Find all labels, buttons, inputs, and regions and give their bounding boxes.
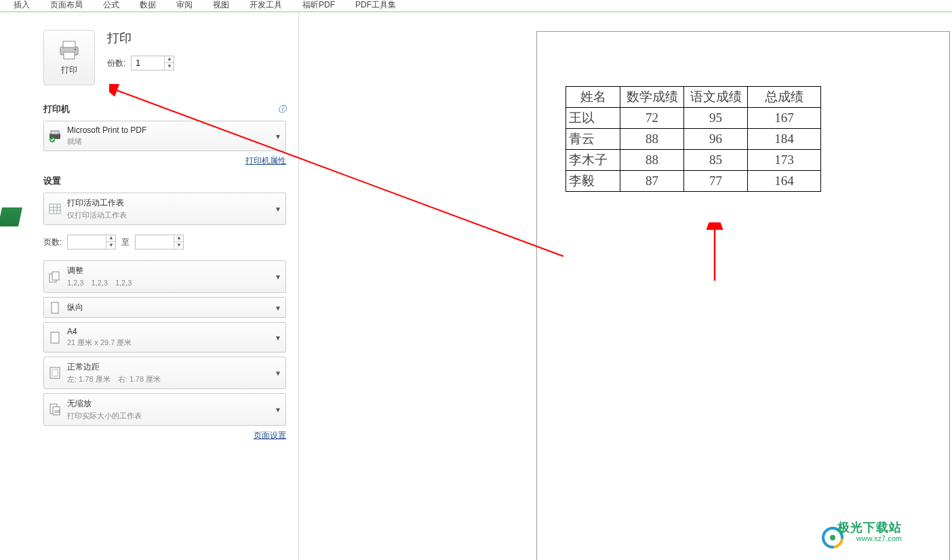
scaling-title: 无缩放: [67, 398, 271, 409]
svg-text:100: 100: [54, 409, 60, 414]
page-setup-link[interactable]: 页面设置: [254, 431, 286, 440]
cell-name: 青云: [566, 129, 620, 150]
print-button-label: 打印: [61, 64, 77, 76]
spin-down-icon[interactable]: ▼: [106, 242, 115, 249]
cell-math: 88: [620, 150, 684, 171]
ribbon-tabs: 插入 页面布局 公式 数据 审阅 视图 开发工具 福昕PDF PDF工具集: [0, 0, 952, 12]
cell-name: 王以: [566, 108, 620, 129]
backstage-strip: [0, 12, 24, 560]
chevron-down-icon: ▼: [275, 273, 281, 281]
margins-select[interactable]: 正常边距 左: 1.78 厘米 右: 1.78 厘米 ▼: [43, 357, 286, 389]
watermark: 极光下载站 www.xz7.com: [837, 522, 902, 544]
page-icon: [48, 331, 62, 344]
th-chinese: 语文成绩: [684, 87, 748, 108]
scaling-icon: 100: [48, 403, 62, 416]
spin-up-icon[interactable]: ▲: [165, 56, 174, 63]
portrait-icon: [48, 301, 62, 315]
tab-developer[interactable]: 开发工具: [243, 0, 289, 11]
printer-status: 就绪: [67, 136, 271, 146]
svg-rect-16: [50, 367, 60, 378]
copies-input[interactable]: [132, 58, 164, 68]
spin-up-icon[interactable]: ▲: [174, 235, 183, 242]
collate-select[interactable]: 调整 1,2,3 1,2,3 1,2,3 ▼: [43, 260, 286, 293]
cell-name: 李木子: [566, 150, 620, 171]
spin-down-icon[interactable]: ▼: [165, 63, 174, 71]
spin-down-icon[interactable]: ▼: [174, 242, 183, 249]
table-row: 王以 72 95 167: [566, 108, 821, 129]
cell-name: 李毅: [566, 171, 620, 192]
printer-info-icon[interactable]: ⓘ: [278, 104, 286, 115]
worksheet-icon: [48, 202, 62, 216]
tab-insert[interactable]: 插入: [7, 0, 37, 11]
chevron-down-icon: ▼: [275, 304, 281, 311]
printer-name: Microsoft Print to PDF: [67, 125, 271, 135]
copies-label: 份数:: [107, 58, 125, 69]
printer-properties-link[interactable]: 打印机属性: [245, 156, 286, 165]
tab-page-layout[interactable]: 页面布局: [43, 0, 90, 11]
svg-point-3: [75, 48, 77, 50]
watermark-url: www.xz7.com: [837, 533, 902, 544]
printer-select[interactable]: Microsoft Print to PDF 就绪 ▼: [43, 121, 286, 151]
printer-icon: [57, 40, 81, 60]
svg-rect-14: [52, 302, 58, 313]
print-preview: 姓名 数学成绩 语文成绩 总成绩 王以 72 95 167 青云: [299, 12, 952, 560]
th-math: 数学成绩: [620, 87, 684, 108]
svg-rect-7: [49, 204, 60, 214]
printer-ready-icon: [48, 129, 62, 143]
print-what-sub: 仅打印活动工作表: [67, 210, 271, 220]
orientation-select[interactable]: 纵向 ▼: [43, 297, 286, 318]
margins-icon: [48, 366, 62, 380]
spin-up-icon[interactable]: ▲: [106, 235, 115, 242]
page-to-input[interactable]: [136, 237, 174, 247]
page-from-input[interactable]: [68, 237, 106, 247]
copies-spinner[interactable]: ▲▼: [131, 56, 174, 71]
backstage-active-tab-marker: [0, 207, 22, 226]
page-to-spinner[interactable]: ▲▼: [135, 235, 184, 249]
scaling-select[interactable]: 100 无缩放 打印实际大小的工作表 ▼: [43, 393, 286, 426]
cell-total: 173: [748, 150, 821, 171]
tab-formula[interactable]: 公式: [96, 0, 126, 11]
cell-math: 88: [620, 129, 684, 150]
chevron-down-icon: ▼: [275, 334, 281, 341]
tab-pdf-tools[interactable]: PDF工具集: [349, 0, 403, 11]
table-header-row: 姓名 数学成绩 语文成绩 总成绩: [566, 87, 821, 108]
cell-chinese: 85: [684, 150, 748, 171]
pages-label: 页数:: [43, 237, 62, 248]
cell-chinese: 96: [684, 129, 748, 150]
cell-total: 184: [748, 129, 821, 150]
orientation-title: 纵向: [67, 302, 271, 313]
print-what-title: 打印活动工作表: [67, 197, 271, 209]
tab-foxit-pdf[interactable]: 福昕PDF: [296, 0, 342, 11]
cell-total: 164: [748, 171, 821, 192]
svg-rect-1: [63, 41, 75, 47]
page-from-spinner[interactable]: ▲▼: [67, 235, 116, 249]
svg-rect-2: [64, 52, 75, 59]
cell-chinese: 95: [684, 108, 748, 129]
print-panel: 打印 打印 份数: ▲▼ 打印机 ⓘ: [24, 12, 298, 560]
preview-page: 姓名 数学成绩 语文成绩 总成绩 王以 72 95 167 青云: [536, 31, 950, 560]
scaling-sub: 打印实际大小的工作表: [67, 411, 271, 421]
table-row: 李毅 87 77 164: [566, 171, 821, 192]
table-row: 青云 88 96 184: [566, 129, 821, 150]
th-total: 总成绩: [748, 87, 821, 108]
print-button[interactable]: 打印: [43, 30, 95, 85]
data-table: 姓名 数学成绩 语文成绩 总成绩 王以 72 95 167 青云: [566, 86, 821, 192]
paper-size-select[interactable]: A4 21 厘米 x 29.7 厘米 ▼: [43, 322, 286, 353]
tab-review[interactable]: 审阅: [170, 0, 199, 11]
chevron-down-icon: ▼: [275, 369, 281, 377]
print-what-select[interactable]: 打印活动工作表 仅打印活动工作表 ▼: [43, 193, 286, 225]
cell-total: 167: [748, 108, 821, 129]
chevron-down-icon: ▼: [275, 406, 281, 414]
settings-section-title: 设置: [43, 175, 61, 187]
tab-data[interactable]: 数据: [133, 0, 163, 11]
collate-sub: 1,2,3 1,2,3 1,2,3: [67, 278, 271, 288]
svg-rect-13: [52, 272, 59, 280]
cell-math: 72: [620, 108, 684, 129]
tab-view[interactable]: 视图: [206, 0, 236, 11]
chevron-down-icon: ▼: [275, 132, 281, 140]
margins-sub: 左: 1.78 厘米 右: 1.78 厘米: [67, 374, 271, 384]
margins-title: 正常边距: [67, 361, 271, 373]
cell-chinese: 77: [684, 171, 748, 192]
th-name: 姓名: [566, 87, 620, 108]
svg-point-23: [830, 535, 835, 540]
